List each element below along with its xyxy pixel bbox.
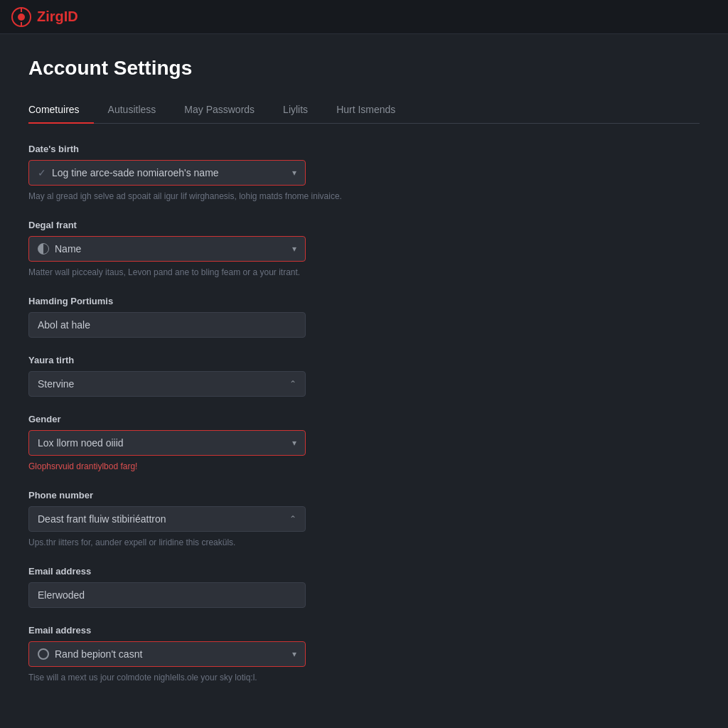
tab-hurt-ismends[interactable]: Hurt Ismends <box>322 97 410 124</box>
degal-frant-select[interactable]: Name ▾ <box>28 236 306 262</box>
yaura-tirth-select[interactable]: Stervine ⌃ <box>28 371 306 397</box>
dates-birth-section: Date's birth ✓ Log tine arce-sade nomiar… <box>28 144 700 203</box>
gender-error-hint: Glophsrvuid drantiylbod farg! <box>28 460 700 473</box>
yaura-tirth-value: Stervine <box>38 378 74 390</box>
degal-frant-value: Name <box>55 243 81 255</box>
tab-liylits[interactable]: Liylits <box>269 97 322 124</box>
hamding-portiumis-input[interactable] <box>28 312 306 338</box>
hamding-portiumis-label: Hamding Portiumis <box>28 296 700 306</box>
dates-birth-select[interactable]: ✓ Log tine arce-sade nomiaroeh's name ▾ <box>28 160 306 186</box>
yaura-tirth-chevron: ⌃ <box>289 379 296 389</box>
gender-chevron: ▾ <box>292 438 296 448</box>
email-address-1-input[interactable] <box>28 582 306 608</box>
email-address-2-hint: Tise will a mext us jour colmdote nighle… <box>28 671 700 684</box>
gender-label: Gender <box>28 414 700 424</box>
degal-frant-label: Degal frant <box>28 220 700 230</box>
tab-mal-passwords[interactable]: May Passwords <box>170 97 269 124</box>
yaura-tirth-label: Yaura tirth <box>28 355 700 365</box>
degal-frant-section: Degal frant Name ▾ Matter wall piccealy … <box>28 220 700 279</box>
phone-number-hint: Ups.thr iitters for, aunder expell or li… <box>28 536 700 549</box>
tab-cometuires[interactable]: Cometuires <box>28 97 94 124</box>
gender-section: Gender Lox llorm noed oiiid ▾ Glophsrvui… <box>28 414 700 473</box>
gender-value: Lox llorm noed oiiid <box>38 437 124 449</box>
logo-icon <box>11 7 31 27</box>
email-address-2-label: Email address <box>28 625 700 636</box>
phone-number-label: Phone number <box>28 490 700 500</box>
phone-number-value: Deast frant fluiw stibiriéattron <box>38 513 166 525</box>
yaura-tirth-section: Yaura tirth Stervine ⌃ <box>28 355 700 397</box>
navbar: ZirgID <box>0 0 728 34</box>
svg-point-1 <box>18 14 25 21</box>
check-icon: ✓ <box>38 167 46 178</box>
email-address-1-section: Email address <box>28 566 700 608</box>
logo-text: ZirgID <box>37 9 78 25</box>
page-title: Account Settings <box>28 57 700 80</box>
logo[interactable]: ZirgID <box>11 7 78 27</box>
degal-frant-hint: Matter wall piccealy itaus, Levon pand a… <box>28 266 700 279</box>
circle-icon <box>38 648 49 660</box>
main-content: Account Settings Cometuires Autusitless … <box>0 34 728 724</box>
tabs-bar: Cometuires Autusitless May Passwords Liy… <box>28 97 700 124</box>
email-address-1-label: Email address <box>28 566 700 577</box>
phone-number-section: Phone number Deast frant fluiw stibiriéa… <box>28 490 700 549</box>
email-address-2-select[interactable]: Rand bepion't casnt ▾ <box>28 641 306 667</box>
gender-select[interactable]: Lox llorm noed oiiid ▾ <box>28 430 306 456</box>
hamding-portiumis-section: Hamding Portiumis <box>28 296 700 338</box>
dates-birth-chevron: ▾ <box>292 168 296 178</box>
email-address-2-chevron: ▾ <box>292 649 296 659</box>
phone-number-select[interactable]: Deast frant fluiw stibiriéattron ⌃ <box>28 506 306 532</box>
degal-frant-chevron: ▾ <box>292 244 296 254</box>
dates-birth-label: Date's birth <box>28 144 700 154</box>
half-circle-icon <box>38 243 49 255</box>
dates-birth-hint: May al gread igh selve ad spoait ail igu… <box>28 190 700 203</box>
dates-birth-value: Log tine arce-sade nomiaroeh's name <box>52 167 219 178</box>
phone-number-chevron: ⌃ <box>289 514 296 524</box>
email-address-2-value: Rand bepion't casnt <box>55 648 142 660</box>
tab-autusitless[interactable]: Autusitless <box>94 97 171 124</box>
email-address-2-section: Email address Rand bepion't casnt ▾ Tise… <box>28 625 700 684</box>
